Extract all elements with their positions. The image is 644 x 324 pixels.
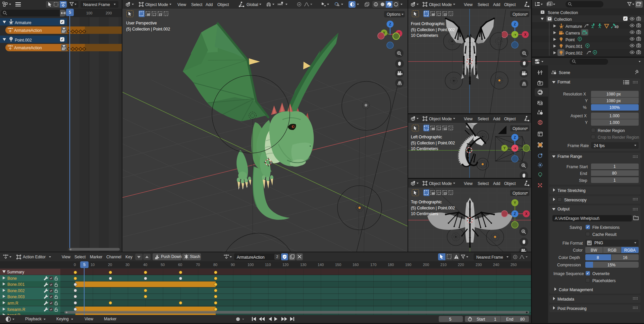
svg-text:Y: Y xyxy=(514,201,516,205)
svg-text:X: X xyxy=(525,212,528,216)
svg-text:Z: Z xyxy=(514,22,516,26)
svg-text:Z: Z xyxy=(514,212,516,216)
svg-text:Z: Z xyxy=(514,136,516,139)
svg-text:-X: -X xyxy=(514,147,517,150)
svg-text:-Y: -Y xyxy=(514,33,517,37)
svg-text:Y: Y xyxy=(503,146,506,150)
svg-text:Z: Z xyxy=(389,22,391,26)
svg-text:X: X xyxy=(524,33,527,37)
